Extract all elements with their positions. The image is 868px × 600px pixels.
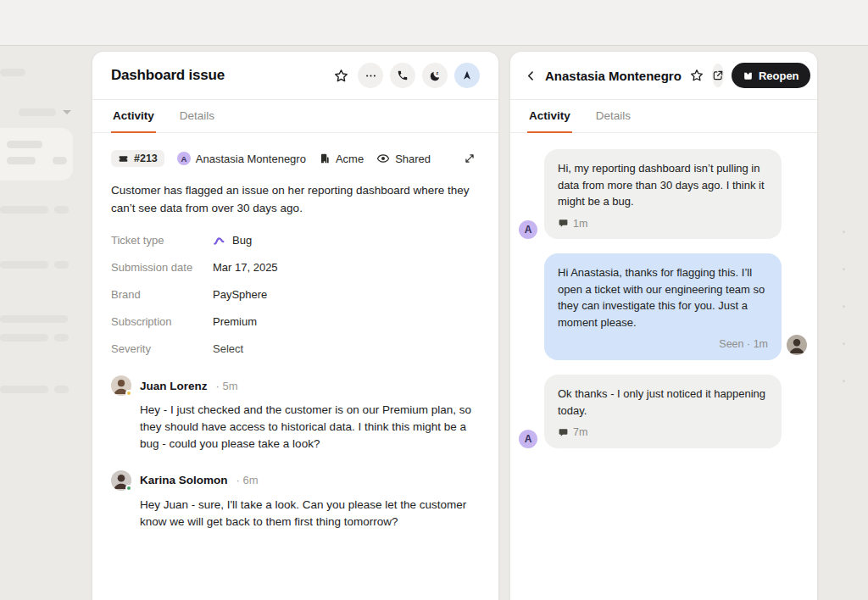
sidebar-skeleton-line bbox=[0, 261, 48, 269]
shared-chip[interactable]: Shared bbox=[376, 152, 431, 165]
message-text: Ok thanks - I only just noticed it happe… bbox=[558, 387, 765, 417]
ticket-meta-row: #213 A Anastasia Montenegro Acme Sha bbox=[111, 148, 480, 169]
requester-chip[interactable]: A Anastasia Montenegro bbox=[177, 152, 306, 165]
ticket-id-chip[interactable]: #213 bbox=[111, 150, 164, 167]
customer-message: A Ok thanks - I only just noticed it hap… bbox=[519, 375, 782, 448]
field-value-text[interactable]: PaySphere bbox=[213, 288, 267, 301]
sidebar-skeleton-line bbox=[0, 315, 68, 323]
ellipsis-icon bbox=[364, 69, 377, 82]
sidebar-skeleton-dropdown bbox=[19, 108, 56, 116]
app-topbar bbox=[0, 0, 868, 46]
requester-avatar: A bbox=[177, 152, 191, 165]
message-text: Hi, my reporting dashboard isn’t pulling… bbox=[558, 162, 765, 208]
ticket-panel: Dashboard issue bbox=[92, 51, 499, 600]
ticket-tabs: Activity Details bbox=[92, 100, 498, 133]
customer-message: A Hi, my reporting dashboard isn’t pulli… bbox=[519, 149, 782, 239]
comment-time: · 6m bbox=[236, 474, 259, 486]
eye-icon bbox=[376, 152, 390, 165]
sidebar-skeleton-card bbox=[0, 128, 73, 181]
chat-bubble-icon bbox=[558, 427, 569, 438]
star-icon bbox=[689, 68, 704, 83]
ticket-fields: Ticket type Bug Submission date Mar 17, … bbox=[111, 234, 480, 355]
conversation-title: Anastasia Montenegro bbox=[545, 69, 682, 83]
comment-time: · 5m bbox=[216, 380, 238, 392]
field-submission-date: Submission date Mar 17, 2025 bbox=[111, 261, 480, 274]
avatar bbox=[111, 470, 131, 491]
bug-icon bbox=[213, 235, 226, 247]
chat-bubble-icon bbox=[558, 218, 569, 229]
assign-button[interactable] bbox=[454, 63, 480, 88]
tab-activity[interactable]: Activity bbox=[111, 100, 156, 133]
field-subscription: Subscription Premium bbox=[111, 315, 480, 328]
snooze-button[interactable]: z bbox=[422, 63, 448, 88]
comment-author: Karina Solomon bbox=[140, 474, 228, 486]
sidebar-skeleton-line bbox=[0, 334, 48, 342]
message-status: Seen · 1m bbox=[719, 336, 768, 353]
reopen-button[interactable]: Reopen bbox=[732, 63, 810, 88]
phone-icon bbox=[397, 69, 409, 81]
ticket-icon bbox=[118, 153, 129, 164]
comment: Karina Solomon · 6m Hey Juan - sure, I'l… bbox=[111, 470, 480, 531]
sidebar-skeleton-line bbox=[0, 69, 25, 76]
requester-name: Anastasia Montenegro bbox=[196, 153, 306, 165]
scroll-hint-dots bbox=[843, 231, 845, 382]
status-dot-away bbox=[125, 390, 132, 397]
external-link-icon bbox=[712, 69, 724, 81]
reopen-icon bbox=[743, 70, 754, 81]
message-time: 1m bbox=[573, 216, 587, 232]
tab-details[interactable]: Details bbox=[594, 100, 632, 133]
conversation-panel: Anastasia Montenegro Reopen Activity Det bbox=[509, 51, 818, 600]
field-value-text[interactable]: Bug bbox=[232, 234, 252, 247]
snooze-moon-icon: z bbox=[429, 69, 442, 82]
agent-avatar bbox=[787, 335, 807, 355]
navigation-arrow-icon bbox=[461, 69, 473, 81]
agent-message: Hi Anastasia, thanks for flagging this. … bbox=[519, 253, 782, 360]
comment: Juan Lorenz · 5m Hey - I just checked an… bbox=[111, 375, 480, 453]
reopen-label: Reopen bbox=[759, 69, 799, 82]
chevron-down-icon bbox=[63, 110, 71, 114]
building-icon bbox=[319, 153, 331, 164]
star-button[interactable] bbox=[689, 65, 704, 86]
sidebar-skeleton-line bbox=[0, 206, 48, 214]
customer-avatar: A bbox=[519, 220, 537, 239]
more-actions-button[interactable] bbox=[358, 63, 383, 88]
comment-text: Hey - I just checked and the customer is… bbox=[140, 402, 480, 453]
sidebar-skeleton-line bbox=[0, 386, 48, 393]
star-icon bbox=[333, 68, 349, 84]
call-button[interactable] bbox=[390, 63, 415, 88]
field-severity: Severity Select bbox=[111, 342, 480, 355]
message-time: 7m bbox=[573, 425, 587, 441]
ticket-title: Dashboard issue bbox=[111, 67, 331, 84]
status-dot-online bbox=[125, 485, 132, 492]
star-button[interactable] bbox=[331, 65, 351, 86]
field-value-text[interactable]: Premium bbox=[213, 315, 257, 328]
field-brand: Brand PaySphere bbox=[111, 288, 480, 301]
comments-section: Juan Lorenz · 5m Hey - I just checked an… bbox=[111, 375, 480, 531]
chevron-left-icon bbox=[525, 69, 537, 82]
company-chip[interactable]: Acme bbox=[319, 153, 364, 165]
open-in-new-button[interactable] bbox=[712, 64, 724, 87]
ticket-description: Customer has flagged an issue on her rep… bbox=[111, 182, 480, 217]
message-text: Hi Anastasia, thanks for flagging this. … bbox=[558, 266, 765, 329]
svg-text:z: z bbox=[436, 69, 438, 75]
message-list: A Hi, my reporting dashboard isn’t pulli… bbox=[510, 133, 817, 471]
tab-activity[interactable]: Activity bbox=[527, 100, 572, 133]
field-value-text[interactable]: Mar 17, 2025 bbox=[213, 261, 278, 274]
conversation-tabs: Activity Details bbox=[510, 100, 817, 133]
severity-select[interactable]: Select bbox=[213, 342, 243, 355]
shared-label: Shared bbox=[395, 153, 431, 165]
comment-text: Hey Juan - sure, I'll take a look. Can y… bbox=[140, 497, 480, 531]
back-button[interactable] bbox=[525, 67, 537, 84]
tab-details[interactable]: Details bbox=[178, 100, 216, 133]
ticket-id: #213 bbox=[134, 153, 158, 164]
customer-avatar: A bbox=[519, 430, 537, 448]
comment-author: Juan Lorenz bbox=[140, 380, 208, 392]
expand-icon bbox=[464, 153, 476, 164]
field-ticket-type: Ticket type Bug bbox=[111, 234, 480, 247]
expand-button[interactable] bbox=[459, 148, 480, 169]
company-name: Acme bbox=[336, 153, 364, 165]
avatar bbox=[111, 375, 131, 396]
background-sidebar bbox=[0, 47, 90, 600]
